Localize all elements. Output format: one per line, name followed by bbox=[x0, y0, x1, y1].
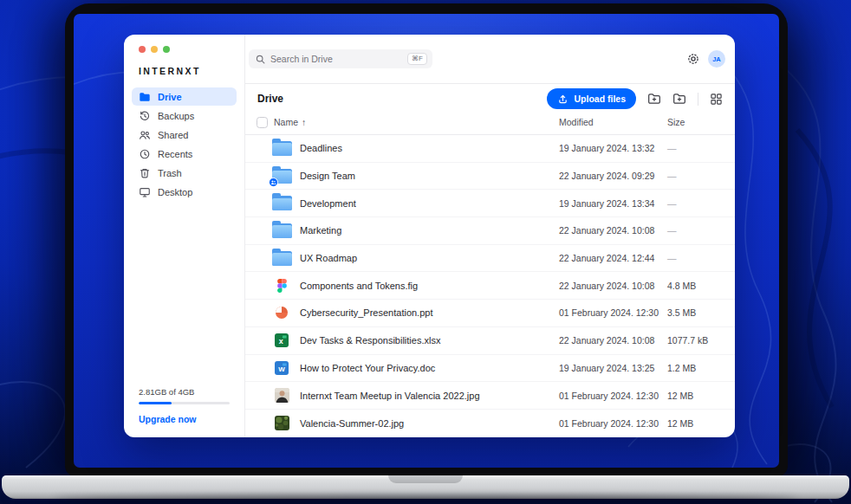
grid-view-icon bbox=[710, 93, 723, 106]
storage-section: 2.81GB of 4GB Upgrade now bbox=[124, 387, 244, 437]
table-row[interactable]: Marketing22 January 2024. 10:08— bbox=[245, 217, 735, 245]
laptop-lid-notch bbox=[388, 475, 463, 483]
trash-icon bbox=[139, 167, 151, 179]
file-modified-date: 22 January 2024. 10:08 bbox=[559, 335, 654, 346]
sidebar-item-recents[interactable]: Recents bbox=[132, 145, 237, 163]
folder-icon bbox=[272, 251, 292, 266]
internxt-logo: INTERNXT bbox=[124, 53, 244, 76]
table-row[interactable]: xDev Tasks & Responsibilities.xlsx22 Jan… bbox=[245, 327, 735, 355]
new-folder-icon bbox=[672, 92, 686, 106]
window-controls bbox=[124, 35, 244, 53]
sidebar-item-desktop[interactable]: Desktop bbox=[132, 183, 237, 201]
search-icon bbox=[255, 54, 266, 65]
file-modified-date: 19 January 2024. 13:25 bbox=[559, 363, 654, 373]
upload-files-button[interactable]: Upload files bbox=[547, 88, 636, 109]
create-folder-button[interactable] bbox=[672, 92, 686, 106]
search-input[interactable] bbox=[270, 54, 407, 64]
column-header-name[interactable]: Name ↑ bbox=[274, 117, 306, 127]
sidebar-item-drive[interactable]: Drive bbox=[132, 87, 237, 106]
folder-icon bbox=[272, 169, 292, 184]
excel-icon: x bbox=[275, 333, 289, 347]
backup-clock-icon bbox=[139, 110, 151, 122]
file-size: — bbox=[667, 253, 677, 263]
sidebar-item-label: Shared bbox=[158, 130, 188, 140]
marketing-background: INTERNXT DriveBackupsSharedRecentsTrashD… bbox=[0, 0, 851, 504]
figma-icon bbox=[277, 279, 287, 293]
main-panel: ⌘F JA Drive Upload files bbox=[245, 35, 735, 437]
table-row[interactable]: UX Roadmap22 January 2024. 12:44— bbox=[245, 245, 735, 273]
avatar[interactable]: JA bbox=[708, 50, 725, 68]
toolbar-divider bbox=[698, 93, 698, 106]
file-size: 12 MB bbox=[667, 391, 693, 401]
upload-files-label: Upload files bbox=[574, 94, 626, 104]
sidebar-item-trash[interactable]: Trash bbox=[132, 164, 237, 182]
column-header-modified[interactable]: Modified bbox=[559, 117, 594, 127]
file-name: Dev Tasks & Responsibilities.xlsx bbox=[300, 335, 440, 346]
content-header-actions: Upload files bbox=[547, 88, 723, 109]
photo-thumbnail bbox=[275, 388, 289, 403]
folder-icon bbox=[272, 223, 292, 238]
sidebar: INTERNXT DriveBackupsSharedRecentsTrashD… bbox=[124, 35, 245, 437]
table-row[interactable]: Deadlines19 January 2024. 13:32— bbox=[245, 135, 735, 163]
file-name: Internxt Team Meetup in Valencia 2022.jp… bbox=[300, 391, 480, 401]
file-modified-date: 22 January 2024. 10:08 bbox=[559, 281, 654, 291]
folder-icon bbox=[139, 91, 151, 103]
grid-view-button[interactable] bbox=[710, 93, 723, 106]
file-modified-date: 19 January 2024. 13:32 bbox=[559, 143, 654, 153]
file-name: Development bbox=[300, 198, 356, 209]
file-size: 1077.7 kB bbox=[667, 335, 708, 346]
desktop-icon bbox=[139, 186, 151, 198]
file-name: Marketing bbox=[300, 225, 341, 236]
file-modified-date: 01 February 2024. 12:30 bbox=[559, 418, 659, 429]
sidebar-item-label: Trash bbox=[158, 168, 182, 178]
column-header-size[interactable]: Size bbox=[667, 117, 685, 127]
folder-icon bbox=[272, 141, 292, 156]
people-icon bbox=[139, 129, 151, 141]
top-bar-actions: JA bbox=[686, 50, 725, 68]
table-row[interactable]: Internxt Team Meetup in Valencia 2022.jp… bbox=[245, 382, 735, 410]
sidebar-item-label: Backups bbox=[158, 111, 194, 121]
file-size: 1.2 MB bbox=[667, 363, 696, 373]
sidebar-item-label: Desktop bbox=[158, 187, 192, 197]
word-icon: W bbox=[275, 361, 289, 375]
file-modified-date: 22 January 2024. 12:44 bbox=[559, 253, 654, 263]
file-size: — bbox=[667, 225, 677, 236]
table-row[interactable]: Design Team22 January 2024. 09:29— bbox=[245, 163, 735, 191]
search-shortcut-badge: ⌘F bbox=[407, 53, 427, 65]
search-box[interactable]: ⌘F bbox=[249, 49, 432, 68]
file-modified-date: 19 January 2024. 13:34 bbox=[559, 198, 654, 209]
svg-text:x: x bbox=[279, 337, 283, 346]
file-size: 12 MB bbox=[667, 418, 693, 429]
table-row[interactable]: Cybersecurity_Presentation.ppt01 Februar… bbox=[245, 300, 735, 327]
laptop-base bbox=[2, 475, 849, 499]
file-name: Design Team bbox=[300, 171, 355, 181]
storage-usage-label: 2.81GB of 4GB bbox=[139, 387, 230, 397]
name-column-label: Name bbox=[274, 117, 298, 127]
sidebar-item-label: Recents bbox=[158, 149, 192, 159]
file-name: UX Roadmap bbox=[300, 253, 357, 263]
zoom-window-button[interactable] bbox=[163, 46, 170, 53]
gear-icon bbox=[686, 52, 700, 66]
table-row[interactable]: Development19 January 2024. 13:34— bbox=[245, 190, 735, 217]
upload-folder-button[interactable] bbox=[647, 92, 661, 106]
top-bar: ⌘F JA bbox=[245, 35, 735, 84]
upgrade-now-link[interactable]: Upgrade now bbox=[139, 414, 230, 424]
file-name: How to Protect Your Privacy.doc bbox=[300, 363, 435, 373]
sidebar-item-backups[interactable]: Backups bbox=[132, 107, 237, 125]
storage-progress-bar bbox=[139, 402, 230, 404]
select-all-checkbox[interactable] bbox=[257, 117, 268, 128]
minimize-window-button[interactable] bbox=[151, 46, 158, 53]
file-size: 4.8 MB bbox=[667, 281, 696, 291]
table-row[interactable]: WHow to Protect Your Privacy.doc19 Janua… bbox=[245, 355, 735, 383]
sort-ascending-icon: ↑ bbox=[302, 117, 306, 127]
table-row[interactable]: Components and Tokens.fig22 January 2024… bbox=[245, 272, 735, 300]
file-name: Valencia-Summer-02.jpg bbox=[300, 418, 404, 429]
photo-thumbnail bbox=[275, 416, 289, 430]
close-window-button[interactable] bbox=[139, 46, 146, 53]
powerpoint-icon bbox=[275, 306, 289, 320]
file-modified-date: 01 February 2024. 12:30 bbox=[559, 391, 659, 401]
settings-button[interactable] bbox=[686, 52, 700, 66]
file-name: Deadlines bbox=[300, 143, 342, 153]
sidebar-item-shared[interactable]: Shared bbox=[132, 126, 237, 144]
table-row[interactable]: Valencia-Summer-02.jpg01 February 2024. … bbox=[245, 410, 735, 437]
